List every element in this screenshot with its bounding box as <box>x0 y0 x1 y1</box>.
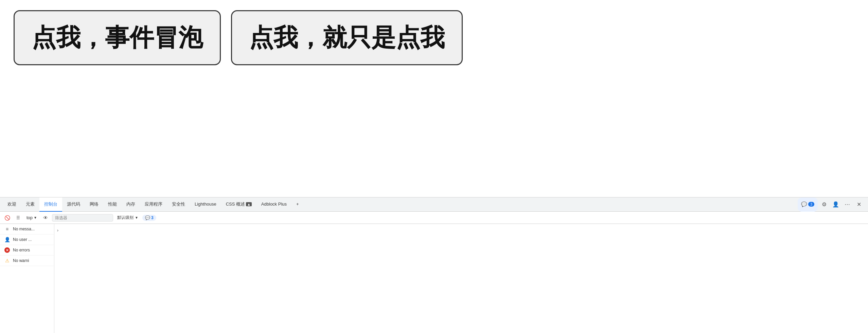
css-profile-icon: ▲ <box>246 202 252 206</box>
bubble-button[interactable]: 点我，事件冒泡 <box>14 10 221 65</box>
list-icon: ≡ <box>4 226 10 232</box>
sidebar-item-user-messages[interactable]: 👤 No user ... <box>0 234 54 245</box>
filter-input[interactable] <box>52 214 113 222</box>
tab-sources[interactable]: 源代码 <box>62 197 85 212</box>
tab-elements[interactable]: 元素 <box>21 197 39 212</box>
chevron-down-icon: ▼ <box>34 216 37 220</box>
user-icon: 👤 <box>4 236 10 243</box>
eye-icon: 👁 <box>43 215 48 221</box>
settings-button[interactable]: ⚙ <box>819 199 829 210</box>
devtools-tab-bar: 欢迎 元素 控制台 源代码 网络 性能 内存 应用程序 安全性 Lighthou… <box>0 197 868 212</box>
sidebar-icon: ☰ <box>16 215 20 220</box>
context-value: top <box>26 215 33 220</box>
chat-icon: 💬 <box>801 201 807 207</box>
console-messages-area <box>54 224 868 333</box>
user-messages-label: No user ... <box>13 237 32 242</box>
tab-application[interactable]: 应用程序 <box>140 197 167 212</box>
errors-label: No errors <box>13 248 30 252</box>
more-icon: ⋯ <box>845 201 850 208</box>
close-icon: ✕ <box>857 201 861 208</box>
tab-welcome[interactable]: 欢迎 <box>3 197 21 212</box>
message-count-badge: 3 <box>808 202 814 207</box>
clear-icon: 🚫 <box>4 215 10 221</box>
console-toolbar: 🚫 ☰ top ▼ 👁 默认级别 ▼ 💬 3 <box>0 212 868 224</box>
devtools-panel: 欢迎 元素 控制台 源代码 网络 性能 内存 应用程序 安全性 Lighthou… <box>0 197 868 333</box>
profile-icon: 👤 <box>832 201 839 208</box>
tab-lighthouse[interactable]: Lighthouse <box>190 197 221 212</box>
page-content: 点我，事件冒泡 点我，就只是点我 <box>0 0 868 197</box>
tab-memory[interactable]: 内存 <box>122 197 140 212</box>
message-badge-tab[interactable]: 💬 3 <box>798 197 818 212</box>
message-count-button[interactable]: 💬 3 <box>142 215 156 221</box>
chat-icon-small: 💬 <box>145 215 150 220</box>
warnings-label: No warni <box>13 258 29 263</box>
sidebar-item-all-messages[interactable]: ≡ No messa... <box>0 224 54 234</box>
console-content: ≡ No messa... 👤 No user ... ✕ No errors <box>0 224 868 333</box>
sidebar-item-warnings[interactable]: ⚠ No warni <box>0 256 54 266</box>
tab-performance[interactable]: 性能 <box>103 197 122 212</box>
tab-console[interactable]: 控制台 <box>39 197 62 212</box>
eye-button[interactable]: 👁 <box>41 213 50 222</box>
more-button[interactable]: ⋯ <box>842 199 852 210</box>
console-sidebar: ≡ No messa... 👤 No user ... ✕ No errors <box>0 224 54 333</box>
level-label: 默认级别 <box>117 215 134 221</box>
log-level-selector[interactable]: 默认级别 ▼ <box>115 214 140 221</box>
error-icon: ✕ <box>4 247 10 253</box>
gear-icon: ⚙ <box>822 201 827 208</box>
message-count-label: 3 <box>151 215 154 220</box>
tab-security[interactable]: 安全性 <box>167 197 190 212</box>
sidebar-item-errors[interactable]: ✕ No errors <box>0 245 54 256</box>
tab-css-overview[interactable]: CSS 概述 ▲ <box>221 197 256 212</box>
tab-adblock[interactable]: Adblock Plus <box>256 197 291 212</box>
click-only-button[interactable]: 点我，就只是点我 <box>231 10 463 65</box>
all-messages-label: No messa... <box>13 227 35 231</box>
add-tab-button[interactable]: + <box>291 197 304 212</box>
level-chevron-icon: ▼ <box>135 216 138 220</box>
context-selector[interactable]: top ▼ <box>24 214 39 221</box>
close-devtools-button[interactable]: ✕ <box>854 199 864 210</box>
warning-icon: ⚠ <box>4 258 10 264</box>
devtools-right-icons: 💬 3 ⚙ 👤 ⋯ ✕ <box>798 197 865 212</box>
toggle-sidebar-button[interactable]: ☰ <box>14 213 22 222</box>
profile-button[interactable]: 👤 <box>831 199 841 210</box>
tab-network[interactable]: 网络 <box>85 197 103 212</box>
clear-console-button[interactable]: 🚫 <box>3 213 12 222</box>
